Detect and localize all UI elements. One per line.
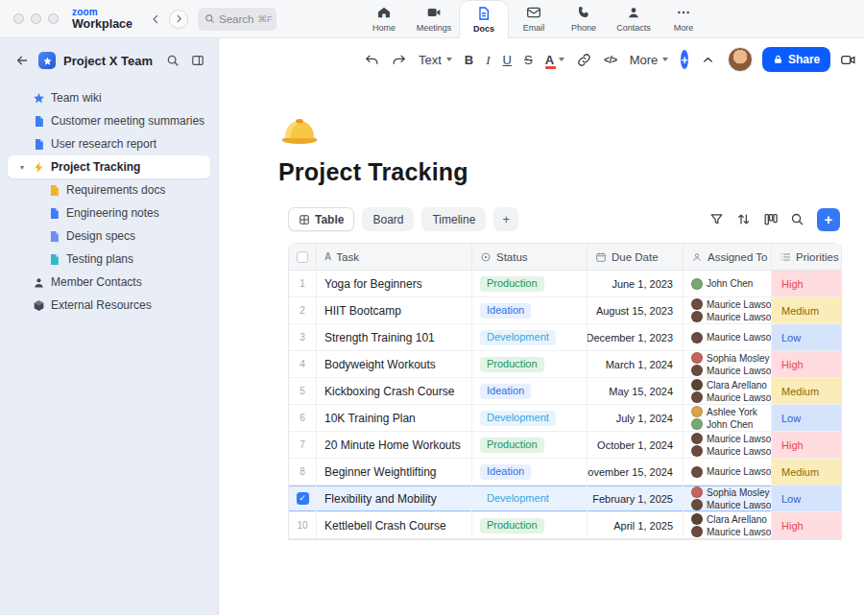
due-date-cell[interactable]: April 1, 2025 [587, 512, 683, 538]
assignee-cell[interactable]: Sophia MosleyMaurice Lawson [683, 486, 771, 511]
table-search-button[interactable] [790, 212, 804, 226]
tab-docs[interactable]: Docs [459, 0, 509, 38]
undo-button[interactable] [365, 53, 379, 67]
filter-button[interactable] [709, 212, 724, 226]
table-row[interactable]: 2 ✓ HIIT Bootcamp Ideation August 15, 20… [289, 297, 841, 324]
task-cell[interactable]: Bodyweight Workouts [316, 351, 471, 377]
due-date-cell[interactable]: May 15, 2024 [587, 378, 683, 404]
priority-cell[interactable]: Low [771, 486, 841, 511]
table-row[interactable]: 8 ✓ Beginner Weightlifting Ideation Nove… [289, 459, 841, 486]
status-cell[interactable]: Ideation [471, 459, 587, 485]
row-select-cell[interactable]: 9 ✓ [289, 486, 316, 511]
assignee-cell[interactable]: Ashlee YorkJohn Chen [683, 405, 771, 431]
sidebar-item-member-contacts[interactable]: ▾ Member Contacts [8, 271, 210, 294]
insert-block-button[interactable]: + [681, 50, 688, 69]
status-cell[interactable]: Development [471, 405, 587, 431]
assignee-cell[interactable]: Sophia MosleyMaurice Lawson [683, 351, 771, 377]
task-cell[interactable]: Yoga for Beginners [316, 271, 471, 296]
sidebar-item-project-tracking[interactable]: ▾ Project Tracking [8, 155, 210, 178]
assignee-cell[interactable]: Maurice LawsonMaurice Lawson [683, 297, 771, 323]
assignee-cell[interactable]: John Chen [683, 271, 771, 296]
user-avatar[interactable] [728, 47, 753, 72]
layout-button[interactable] [763, 212, 778, 226]
view-tab-timeline[interactable]: Timeline [421, 207, 486, 231]
due-date-cell[interactable]: December 1, 2023 [587, 324, 683, 350]
status-cell[interactable]: Development [471, 324, 587, 350]
view-tab-table[interactable]: Table [288, 207, 354, 231]
row-select-cell[interactable]: 3 ✓ [289, 324, 316, 350]
doc-cover-emoji-icon[interactable] [278, 110, 321, 147]
status-cell[interactable]: Ideation [471, 378, 587, 404]
due-date-cell[interactable]: June 1, 2023 [587, 271, 683, 296]
assignee-cell[interactable]: Maurice Lawson [683, 459, 771, 485]
assignee-cell[interactable]: Maurice Lawson [683, 324, 771, 350]
zoom-window-button[interactable] [48, 13, 59, 24]
chevron-down-icon[interactable]: ▾ [17, 163, 27, 172]
priority-cell[interactable]: Medium [771, 459, 841, 485]
tab-home[interactable]: Home [359, 0, 409, 38]
row-select-cell[interactable]: 8 ✓ [289, 459, 316, 485]
sidebar-search-button[interactable] [164, 52, 181, 69]
text-color-dropdown[interactable]: A [545, 54, 564, 66]
global-search-input[interactable]: Search ⌘F [198, 8, 276, 31]
priority-cell[interactable]: High [771, 271, 841, 296]
close-window-button[interactable] [13, 13, 24, 24]
row-select-cell[interactable]: 7 ✓ [289, 432, 316, 458]
column-header-task[interactable]: A Task [316, 244, 471, 270]
due-date-cell[interactable]: March 1, 2024 [587, 351, 683, 377]
sidebar-item-testing-plans[interactable]: ▾ Testing plans [8, 248, 210, 271]
sort-button[interactable] [736, 212, 751, 226]
strikethrough-button[interactable]: S [524, 54, 533, 66]
history-forward-button[interactable] [169, 10, 188, 29]
table-row[interactable]: 7 ✓ 20 Minute Home Workouts Production O… [289, 432, 841, 459]
tab-phone[interactable]: Phone [559, 0, 609, 38]
priority-cell[interactable]: High [771, 432, 841, 458]
column-header-assigned-to[interactable]: Assigned To [683, 244, 771, 270]
status-cell[interactable]: Development [471, 486, 587, 511]
task-cell[interactable]: 20 Minute Home Workouts [316, 432, 471, 458]
sidebar-item-engineering-notes[interactable]: ▾ Engineering notes [8, 201, 210, 225]
start-video-button[interactable] [840, 52, 856, 68]
minimize-window-button[interactable] [31, 13, 41, 24]
sidebar-item-team-wiki[interactable]: ▾ Team wiki [8, 86, 210, 109]
priority-cell[interactable]: Medium [771, 297, 841, 323]
sidebar-item-external-resources[interactable]: ▾ External Resources [8, 294, 210, 317]
sidebar-item-user-research-report[interactable]: ▾ User research report [8, 132, 210, 155]
tab-contacts[interactable]: Contacts [609, 0, 659, 38]
table-row[interactable]: 5 ✓ Kickboxing Crash Course Ideation May… [289, 378, 841, 405]
tab-more[interactable]: More [659, 0, 708, 38]
due-date-cell[interactable]: August 15, 2023 [587, 297, 683, 323]
sidebar-item-requirements-docs[interactable]: ▾ Requirements docs [8, 178, 210, 201]
italic-button[interactable]: I [486, 54, 490, 66]
tab-meetings[interactable]: Meetings [409, 0, 459, 38]
status-cell[interactable]: Production [471, 512, 587, 538]
status-cell[interactable]: Ideation [471, 297, 587, 323]
column-header-due-date[interactable]: Due Date [587, 244, 683, 270]
table-row[interactable]: 9 ✓ Flexibility and Mobility Development… [289, 486, 841, 512]
select-all-checkbox[interactable] [297, 251, 308, 263]
status-cell[interactable]: Production [471, 271, 587, 296]
share-button[interactable]: Share [762, 47, 830, 72]
due-date-cell[interactable]: October 1, 2024 [587, 432, 683, 458]
task-cell[interactable]: Strength Training 101 [316, 324, 471, 350]
sidebar-back-button[interactable] [13, 52, 31, 69]
column-header-priorities[interactable]: Priorities [771, 244, 841, 270]
view-tab-board[interactable]: Board [362, 207, 414, 231]
task-cell[interactable]: Kettlebell Crash Course [316, 512, 471, 538]
table-row[interactable]: 10 ✓ Kettlebell Crash Course Production … [289, 512, 841, 539]
task-cell[interactable]: Flexibility and Mobility [316, 486, 471, 511]
priority-cell[interactable]: Low [771, 324, 841, 350]
table-row[interactable]: 1 ✓ Yoga for Beginners Production June 1… [289, 271, 841, 297]
priority-cell[interactable]: Medium [771, 378, 841, 404]
task-cell[interactable]: Beginner Weightlifting [316, 459, 471, 485]
row-select-cell[interactable]: 2 ✓ [289, 297, 316, 323]
row-select-cell[interactable]: 1 ✓ [289, 271, 316, 296]
row-select-cell[interactable]: 10 ✓ [289, 512, 316, 538]
select-all-cell[interactable] [289, 244, 316, 270]
toggle-panel-button[interactable] [189, 52, 206, 69]
row-checkbox[interactable]: ✓ [297, 492, 309, 505]
priority-cell[interactable]: High [771, 512, 841, 538]
bold-button[interactable]: B [465, 54, 473, 66]
due-date-cell[interactable]: February 1, 2025 [587, 486, 683, 511]
text-style-dropdown[interactable]: Text [419, 54, 452, 66]
